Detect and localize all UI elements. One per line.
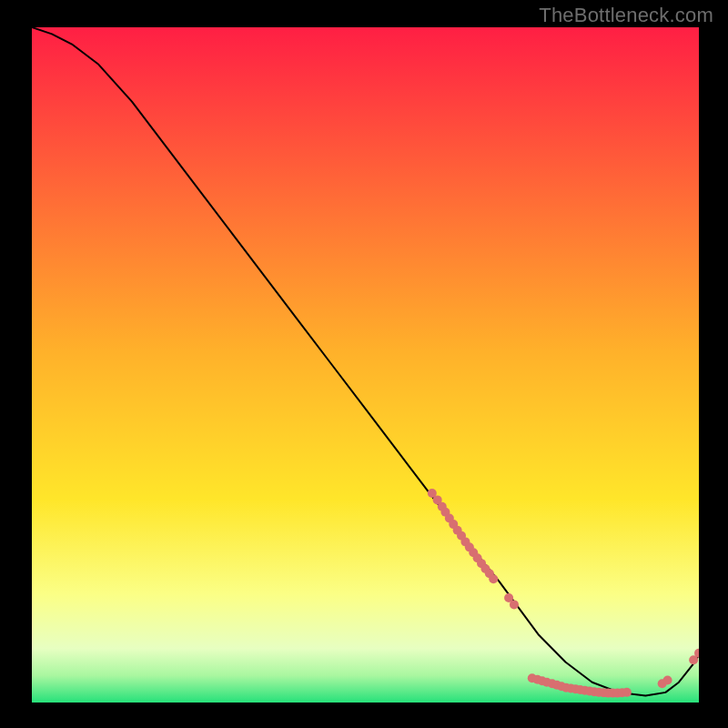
plot-area <box>32 27 699 703</box>
marker-dot <box>663 676 672 685</box>
watermark-text: TheBottleneck.com <box>539 4 713 27</box>
chart-svg <box>32 27 699 703</box>
marker-dot <box>489 574 498 583</box>
chart-container: TheBottleneck.com <box>0 0 728 728</box>
gradient-background <box>32 27 699 703</box>
marker-dot <box>622 688 632 697</box>
marker-dot <box>510 600 519 609</box>
